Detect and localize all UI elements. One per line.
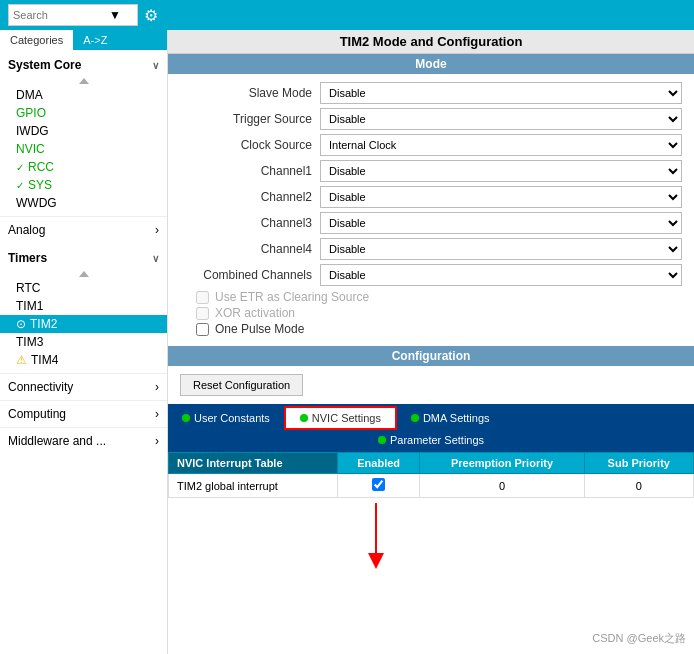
config-section-header: Configuration [168, 346, 694, 366]
dot-icon [378, 436, 386, 444]
check-icon: ✓ [16, 162, 24, 173]
gear-icon[interactable]: ⚙ [144, 6, 158, 25]
nvic-row-name: TIM2 global interrupt [169, 474, 338, 498]
check-icon: ✓ [16, 180, 24, 191]
tab-nvic-settings[interactable]: NVIC Settings [284, 406, 397, 430]
section-connectivity[interactable]: Connectivity › [0, 373, 167, 400]
sidebar-item-dma[interactable]: DMA [0, 86, 167, 104]
trigger-source-select[interactable]: Disable [320, 108, 682, 130]
main-layout: Categories A->Z System Core ∨ DMA GPIO I… [0, 30, 694, 654]
sidebar-item-tim2[interactable]: ⊙ TIM2 [0, 315, 167, 333]
mode-row-ch1: Channel1 Disable [180, 160, 682, 182]
section-timers: Timers ∨ RTC TIM1 ⊙ TIM2 TIM3 ⚠ TIM4 [0, 243, 167, 373]
mode-row-trigger: Trigger Source Disable [180, 108, 682, 130]
nvic-enabled-checkbox[interactable] [372, 478, 385, 491]
etr-checkbox[interactable] [196, 291, 209, 304]
reset-button[interactable]: Reset Configuration [180, 374, 303, 396]
pulse-label: One Pulse Mode [215, 322, 304, 336]
chevron-right-icon: › [155, 434, 159, 448]
channel3-label: Channel3 [180, 216, 320, 230]
checkbox-row-xor: XOR activation [196, 306, 682, 320]
sidebar-tabs: Categories A->Z [0, 30, 167, 50]
nvic-col-header-preemption: Preemption Priority [420, 453, 584, 474]
tab-dma-settings[interactable]: DMA Settings [397, 408, 504, 428]
trigger-source-label: Trigger Source [180, 112, 320, 126]
config-tabs-row2: Parameter Settings [168, 432, 694, 452]
sidebar-item-tim1[interactable]: TIM1 [0, 297, 167, 315]
section-computing[interactable]: Computing › [0, 400, 167, 427]
sidebar-item-iwdg[interactable]: IWDG [0, 122, 167, 140]
channel4-label: Channel4 [180, 242, 320, 256]
checkbox-row-etr: Use ETR as Clearing Source [196, 290, 682, 304]
nvic-row-sub: 0 [584, 474, 693, 498]
dot-icon [182, 414, 190, 422]
nvic-col-header-name: NVIC Interrupt Table [169, 453, 338, 474]
section-middleware[interactable]: Middleware and ... › [0, 427, 167, 454]
search-input[interactable] [9, 9, 109, 21]
panel-title: TIM2 Mode and Configuration [168, 30, 694, 54]
sidebar-item-nvic[interactable]: NVIC [0, 140, 167, 158]
sidebar-item-rtc[interactable]: RTC [0, 279, 167, 297]
combined-channels-select[interactable]: Disable [320, 264, 682, 286]
triangle-up-icon [79, 78, 89, 84]
sidebar: Categories A->Z System Core ∨ DMA GPIO I… [0, 30, 168, 654]
dot-icon [300, 414, 308, 422]
tab-user-constants[interactable]: User Constants [168, 408, 284, 428]
timers-header[interactable]: Timers ∨ [0, 247, 167, 269]
sidebar-item-tim4[interactable]: ⚠ TIM4 [0, 351, 167, 369]
tab-az[interactable]: A->Z [73, 30, 117, 50]
search-box[interactable]: ▼ [8, 4, 138, 26]
nvic-row-preemption: 0 [420, 474, 584, 498]
system-core-header[interactable]: System Core ∨ [0, 54, 167, 76]
sidebar-item-rcc[interactable]: ✓ RCC [0, 158, 167, 176]
red-arrow-icon [368, 503, 384, 569]
arrow-annotation [168, 498, 694, 578]
section-system-core: System Core ∨ DMA GPIO IWDG NVIC ✓ RCC ✓… [0, 50, 167, 216]
channel2-select[interactable]: Disable [320, 186, 682, 208]
slave-mode-select[interactable]: Disable [320, 82, 682, 104]
top-bar: ▼ ⚙ [0, 0, 694, 30]
chevron-right-icon: › [155, 380, 159, 394]
chevron-right-icon: › [155, 407, 159, 421]
slave-mode-label: Slave Mode [180, 86, 320, 100]
table-row: TIM2 global interrupt 0 0 [169, 474, 694, 498]
mode-row-ch2: Channel2 Disable [180, 186, 682, 208]
config-tabs-row1: User Constants NVIC Settings DMA Setting… [168, 404, 694, 432]
channel1-select[interactable]: Disable [320, 160, 682, 182]
triangle-up-icon [79, 271, 89, 277]
channel4-select[interactable]: Disable [320, 238, 682, 260]
etr-label: Use ETR as Clearing Source [215, 290, 369, 304]
watermark: CSDN @Geek之路 [592, 631, 686, 646]
chevron-right-icon: › [155, 223, 159, 237]
sidebar-item-wwdg[interactable]: WWDG [0, 194, 167, 212]
pulse-checkbox[interactable] [196, 323, 209, 336]
xor-checkbox[interactable] [196, 307, 209, 320]
mode-row-ch3: Channel3 Disable [180, 212, 682, 234]
mode-section: Slave Mode Disable Trigger Source Disabl… [168, 74, 694, 346]
section-analog[interactable]: Analog › [0, 216, 167, 243]
mode-section-header: Mode [168, 54, 694, 74]
nvic-col-header-sub: Sub Priority [584, 453, 693, 474]
combined-channels-label: Combined Channels [180, 268, 320, 282]
checkbox-row-pulse: One Pulse Mode [196, 322, 682, 336]
circle-check-icon: ⊙ [16, 317, 26, 331]
warn-icon: ⚠ [16, 353, 27, 367]
nvic-row-enabled[interactable] [337, 474, 419, 498]
clock-source-label: Clock Source [180, 138, 320, 152]
config-section: Reset Configuration User Constants NVIC … [168, 366, 694, 654]
mode-row-clock: Clock Source Internal Clock [180, 134, 682, 156]
chevron-down-icon: ∨ [152, 60, 159, 71]
sidebar-item-tim3[interactable]: TIM3 [0, 333, 167, 351]
right-panel: TIM2 Mode and Configuration Mode Slave M… [168, 30, 694, 654]
channel3-select[interactable]: Disable [320, 212, 682, 234]
nvic-table: NVIC Interrupt Table Enabled Preemption … [168, 452, 694, 498]
tab-categories[interactable]: Categories [0, 30, 73, 50]
nvic-col-header-enabled: Enabled [337, 453, 419, 474]
mode-row-ch4: Channel4 Disable [180, 238, 682, 260]
sidebar-item-gpio[interactable]: GPIO [0, 104, 167, 122]
clock-source-select[interactable]: Internal Clock [320, 134, 682, 156]
channel2-label: Channel2 [180, 190, 320, 204]
sidebar-item-sys[interactable]: ✓ SYS [0, 176, 167, 194]
mode-row-combined: Combined Channels Disable [180, 264, 682, 286]
tab-parameter-settings[interactable]: Parameter Settings [364, 432, 498, 448]
